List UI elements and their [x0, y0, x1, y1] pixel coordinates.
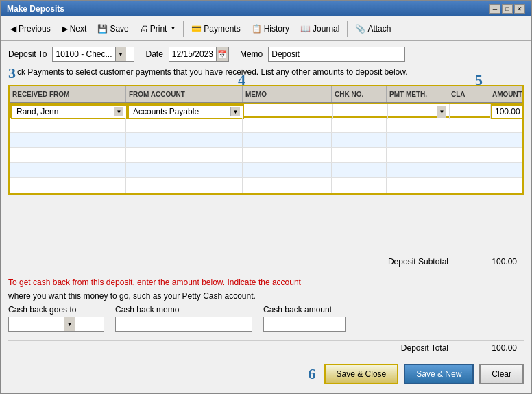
save-close-label: Save & Close [337, 369, 387, 379]
attach-icon: 📎 [355, 24, 365, 34]
make-deposits-window: Make Deposits ─ □ ✕ ◀ Previous ▶ Next 💾 … [0, 0, 532, 394]
empty-cell[interactable] [126, 163, 243, 177]
cashback-goes-to-label: Cash back goes to [8, 305, 104, 315]
cashback-info-line2: where you want this money to go, such as… [8, 288, 524, 302]
table-row[interactable] [10, 133, 522, 148]
deposit-to-dropdown[interactable]: 10100 - Chec... ▼ [52, 47, 134, 62]
table-row[interactable]: Rand, Jenn ▼ Accounts Payable ▼ [10, 103, 522, 118]
received-from-arrow[interactable]: ▼ [114, 107, 123, 116]
cashback-goes-to-arrow[interactable]: ▼ [64, 317, 75, 331]
empty-cell[interactable] [243, 178, 332, 193]
close-button[interactable]: ✕ [514, 4, 525, 14]
from-account-value: Accounts Payable [132, 107, 230, 116]
cashback-goes-to-dropdown[interactable]: ▼ [8, 317, 104, 332]
payments-button[interactable]: 💳 Payments [186, 20, 245, 38]
empty-cell[interactable] [387, 133, 448, 147]
empty-cell[interactable] [387, 178, 448, 193]
cashback-memo-input[interactable] [115, 317, 252, 332]
print-dropdown-arrow[interactable]: ▼ [170, 25, 176, 32]
journal-button[interactable]: 📖 Journal [295, 20, 344, 38]
received-from-cell[interactable]: Rand, Jenn ▼ [11, 104, 128, 119]
empty-cell[interactable] [332, 163, 387, 177]
empty-cell[interactable] [332, 148, 387, 162]
empty-cell[interactable] [10, 133, 126, 147]
clear-button[interactable]: Clear [479, 364, 524, 384]
empty-cell[interactable] [387, 148, 448, 162]
empty-cell[interactable] [489, 163, 522, 177]
save-icon: 💾 [97, 24, 108, 34]
amount-cell[interactable]: 100.00 [491, 104, 524, 119]
chk-no-cell[interactable] [333, 104, 388, 119]
class-cell[interactable] [450, 104, 491, 119]
clear-label: Clear [492, 369, 511, 379]
step-4-label: 4 [238, 71, 245, 88]
empty-cell[interactable] [489, 178, 522, 193]
empty-cell[interactable] [332, 118, 387, 132]
from-account-cell[interactable]: Accounts Payable ▼ [128, 104, 244, 119]
empty-cell[interactable] [448, 133, 489, 147]
save-close-button[interactable]: Save & Close [324, 364, 399, 384]
empty-cell[interactable] [126, 148, 243, 162]
empty-cell[interactable] [489, 133, 522, 147]
empty-cell[interactable] [489, 118, 522, 132]
save-button[interactable]: 💾 Save [93, 20, 133, 38]
header-received-from: RECEIVED FROM [10, 86, 126, 102]
instruction-row: 3 ck Payments to select customer payment… [8, 66, 524, 81]
pmt-meth-cell[interactable]: ▼ [388, 104, 450, 119]
cashback-memo-label: Cash back memo [115, 305, 252, 315]
empty-cell[interactable] [10, 178, 126, 193]
empty-cell[interactable] [387, 118, 448, 132]
empty-cell[interactable] [243, 133, 332, 147]
date-label: Date [145, 49, 162, 59]
deposit-to-arrow[interactable]: ▼ [115, 47, 126, 61]
empty-cell[interactable] [10, 163, 126, 177]
table-row[interactable] [10, 163, 522, 178]
memo-input[interactable] [268, 47, 405, 62]
from-account-arrow[interactable]: ▼ [230, 107, 240, 116]
from-account-dropdown[interactable]: Accounts Payable ▼ [132, 107, 240, 116]
empty-cell[interactable] [126, 178, 243, 193]
empty-cell[interactable] [448, 178, 489, 193]
journal-label: Journal [313, 24, 339, 34]
empty-cell[interactable] [243, 148, 332, 162]
empty-cell[interactable] [448, 118, 489, 132]
minimize-button[interactable]: ─ [489, 4, 500, 14]
table-row[interactable] [10, 148, 522, 163]
received-from-dropdown[interactable]: Rand, Jenn ▼ [15, 107, 123, 116]
date-field[interactable]: 12/15/2023 📅 [169, 47, 229, 62]
history-button[interactable]: 📋 History [247, 20, 294, 38]
empty-cell[interactable] [243, 118, 332, 132]
previous-button[interactable]: ◀ Previous [5, 20, 56, 38]
pmt-meth-dropdown[interactable]: ▼ [391, 106, 446, 118]
cashback-amount-input[interactable] [263, 317, 346, 332]
empty-cell[interactable] [332, 178, 387, 193]
memo-cell[interactable] [244, 104, 333, 119]
next-button[interactable]: ▶ Next [57, 20, 92, 38]
deposit-grid: RECEIVED FROM FROM ACCOUNT MEMO CHK NO. … [8, 85, 524, 195]
print-button[interactable]: 🖨 Print ▼ [135, 20, 181, 38]
empty-cell[interactable] [448, 163, 489, 177]
empty-cell[interactable] [126, 118, 243, 132]
save-new-button[interactable]: Save & New [404, 364, 474, 384]
grid-header-row: RECEIVED FROM FROM ACCOUNT MEMO CHK NO. … [10, 86, 522, 103]
empty-cell[interactable] [387, 163, 448, 177]
empty-cell[interactable] [489, 148, 522, 162]
empty-cell[interactable] [243, 163, 332, 177]
pmt-meth-arrow[interactable]: ▼ [437, 106, 446, 118]
table-row[interactable] [10, 178, 522, 193]
cashback-goes-to-field: Cash back goes to ▼ [8, 305, 104, 332]
window-title: Make Deposits [7, 4, 64, 14]
top-fields-row: Deposit To 10100 - Chec... ▼ Date 12/15/… [8, 47, 524, 62]
empty-cell[interactable] [448, 148, 489, 162]
print-icon: 🖨 [140, 24, 148, 34]
next-icon: ▶ [62, 24, 68, 34]
maximize-button[interactable]: □ [502, 4, 513, 14]
subtotal-value: 100.00 [476, 257, 517, 267]
table-row[interactable] [10, 118, 522, 133]
empty-cell[interactable] [126, 133, 243, 147]
empty-cell[interactable] [332, 133, 387, 147]
calendar-icon[interactable]: 📅 [216, 47, 228, 61]
attach-button[interactable]: 📎 Attach [350, 20, 396, 38]
empty-cell[interactable] [10, 148, 126, 162]
empty-cell[interactable] [10, 118, 126, 132]
